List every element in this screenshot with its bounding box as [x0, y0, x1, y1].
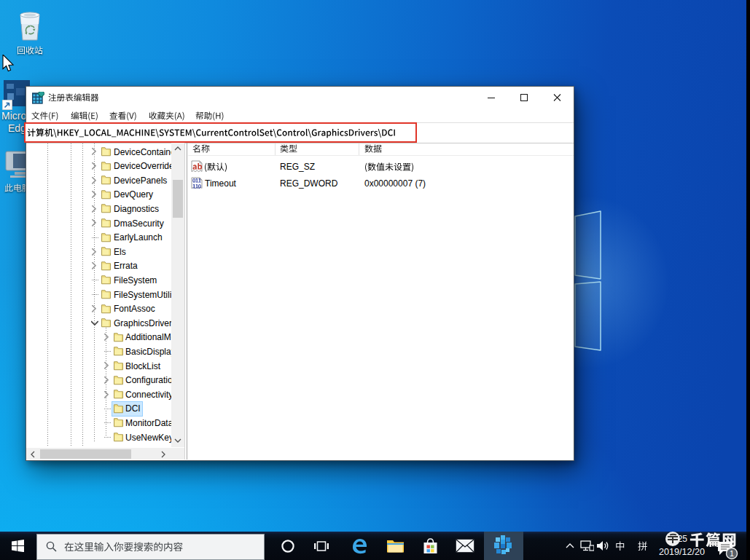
- svg-text:1: 1: [730, 549, 734, 558]
